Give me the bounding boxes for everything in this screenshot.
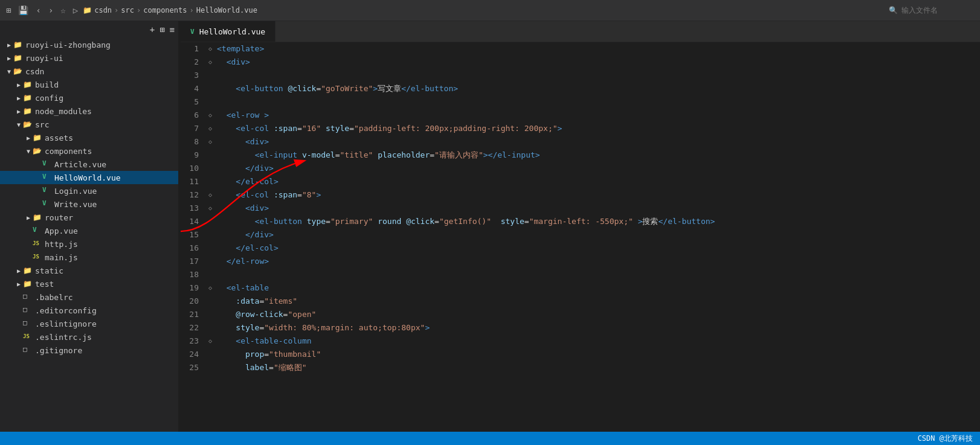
breadcrumb-components[interactable]: components — [143, 6, 187, 14]
code-line-15[interactable]: 15 </div> — [181, 228, 980, 242]
sidebar-item-build[interactable]: build — [0, 78, 178, 91]
code-line-3[interactable]: 3 — [181, 69, 980, 82]
code-line-22[interactable]: 22 style="width: 80%;margin: auto;top:80… — [181, 321, 980, 335]
bookmark-icon[interactable]: ☆ — [60, 5, 65, 15]
sidebar-item-assets[interactable]: assets — [0, 131, 178, 144]
file-input-area[interactable]: 🔍 — [889, 6, 974, 14]
tab-bar: V HelloWorld.vue — [181, 21, 980, 42]
line-number-20: 20 — [181, 295, 206, 308]
code-line-5[interactable]: 5 — [181, 95, 980, 109]
sidebar-item-Article.vue[interactable]: Article.vue — [0, 158, 178, 171]
breadcrumb-file[interactable]: HelloWorld.vue — [196, 6, 257, 14]
line-code-21: @row-click="open" — [214, 308, 980, 321]
tab-label: HelloWorld.vue — [199, 27, 266, 36]
code-line-20[interactable]: 20 :data="items" — [181, 295, 980, 308]
tree-label-test: test — [35, 280, 54, 289]
code-line-17[interactable]: 17 </el-row> — [181, 255, 980, 268]
sidebar-item-router[interactable]: router — [0, 211, 178, 224]
tree-label-.babelrc: .babelrc — [35, 293, 73, 302]
sidebar-item-.eslintignore[interactable]: .eslintignore — [0, 317, 178, 330]
sidebar-item-Write.vue[interactable]: Write.vue — [0, 197, 178, 211]
code-line-12[interactable]: 12◇ <el-col :span="8"> — [181, 188, 980, 202]
code-line-24[interactable]: 24 prop="thumbnail" — [181, 348, 980, 361]
sidebar-content: ruoyi-ui-zhongbangruoyi-uicsdnbuildconfi… — [0, 38, 178, 432]
code-line-7[interactable]: 7◇ <el-col :span="16" style="padding-lef… — [181, 122, 980, 135]
line-number-18: 18 — [181, 268, 206, 281]
code-line-8[interactable]: 8◇ <div> — [181, 135, 980, 149]
code-line-18[interactable]: 18 — [181, 268, 980, 281]
sidebar-item-node_modules[interactable]: node_modules — [0, 104, 178, 118]
code-line-13[interactable]: 13◇ <div> — [181, 202, 980, 215]
breadcrumb-src[interactable]: src — [121, 6, 134, 14]
sidebar-item-App.vue[interactable]: App.vue — [0, 224, 178, 237]
code-line-4[interactable]: 4 <el-button @click="goToWrite">写文章</el-… — [181, 82, 980, 95]
file-icon-.babelrc — [23, 292, 33, 302]
breadcrumb-sep1: › — [114, 6, 118, 14]
sidebar-item-ruoyi-ui[interactable]: ruoyi-ui — [0, 51, 178, 65]
line-number-7: 7 — [181, 122, 206, 135]
line-number-17: 17 — [181, 255, 206, 268]
code-line-16[interactable]: 16 </el-col> — [181, 242, 980, 255]
sidebar-item-src[interactable]: src — [0, 118, 178, 131]
code-line-23[interactable]: 23◇ <el-table-column — [181, 335, 980, 348]
back-icon[interactable]: ‹ — [36, 5, 40, 15]
sidebar-item-static[interactable]: static — [0, 264, 178, 277]
line-code-6: <el-row > — [214, 109, 980, 122]
sidebar-item-config[interactable]: config — [0, 91, 178, 104]
line-number-23: 23 — [181, 335, 206, 348]
tab-helloworld[interactable]: V HelloWorld.vue — [181, 21, 276, 42]
breadcrumb-csdn[interactable]: csdn — [94, 6, 112, 14]
line-number-2: 2 — [181, 56, 206, 69]
line-fold-2: ◇ — [206, 56, 214, 69]
vue-icon-Login.vue — [42, 186, 52, 196]
code-line-1[interactable]: 1◇<template> — [181, 42, 980, 56]
tree-arrow-config — [15, 95, 23, 101]
sidebar-item-.gitignore[interactable]: .gitignore — [0, 344, 178, 357]
tree-label-App.vue: App.vue — [45, 226, 78, 235]
code-line-19[interactable]: 19◇ <el-table — [181, 281, 980, 295]
sidebar-item-.babelrc[interactable]: .babelrc — [0, 290, 178, 304]
line-number-21: 21 — [181, 308, 206, 321]
sidebar-item-.eslintrc.js[interactable]: .eslintrc.js — [0, 330, 178, 344]
line-number-15: 15 — [181, 228, 206, 242]
new-folder-toolbar-icon[interactable]: ⊞ — [160, 25, 164, 34]
code-line-11[interactable]: 11 </el-col> — [181, 175, 980, 188]
line-number-13: 13 — [181, 202, 206, 215]
tree-arrow-build — [15, 82, 23, 88]
save-icon[interactable]: 💾 — [18, 5, 28, 15]
code-line-21[interactable]: 21 @row-click="open" — [181, 308, 980, 321]
code-line-9[interactable]: 9 <el-input v-model="title" placeholder=… — [181, 149, 980, 162]
sidebar-item-ruoyi-ui-zhongbang[interactable]: ruoyi-ui-zhongbang — [0, 38, 178, 51]
forward-icon[interactable]: › — [48, 5, 53, 15]
folder-icon-assets — [33, 133, 42, 142]
tree-label-node_modules: node_modules — [35, 107, 92, 116]
sidebar-item-csdn[interactable]: csdn — [0, 65, 178, 78]
code-line-25[interactable]: 25 label="缩略图" — [181, 361, 980, 374]
sidebar-item-HelloWorld.vue[interactable]: HelloWorld.vue — [0, 171, 178, 184]
code-line-14[interactable]: 14 <el-button type="primary" round @clic… — [181, 215, 980, 228]
sidebar-item-main.js[interactable]: main.js — [0, 251, 178, 264]
js-icon-http.js — [33, 239, 42, 249]
tab-file-icon: V — [190, 28, 195, 36]
code-content[interactable]: 1◇<template>2◇ <div>3 4 <el-button @clic… — [181, 42, 980, 432]
collapse-all-icon[interactable]: ≡ — [170, 25, 175, 34]
sidebar-item-components[interactable]: components — [0, 144, 178, 158]
folder-icon-components — [33, 146, 42, 156]
file-input[interactable] — [901, 6, 974, 14]
vue-icon-HelloWorld.vue — [42, 173, 52, 182]
line-number-9: 9 — [181, 149, 206, 162]
sidebar-item-http.js[interactable]: http.js — [0, 237, 178, 251]
tree-label-csdn: csdn — [25, 67, 44, 76]
code-line-2[interactable]: 2◇ <div> — [181, 56, 980, 69]
line-code-17: </el-row> — [214, 255, 980, 268]
new-file-icon[interactable]: ⊞ — [6, 5, 11, 15]
sidebar-item-.editorconfig[interactable]: .editorconfig — [0, 304, 178, 317]
code-line-6[interactable]: 6◇ <el-row > — [181, 109, 980, 122]
code-line-10[interactable]: 10 </div> — [181, 162, 980, 175]
sidebar-item-test[interactable]: test — [0, 277, 178, 290]
sidebar-item-Login.vue[interactable]: Login.vue — [0, 184, 178, 197]
play-icon[interactable]: ▷ — [73, 5, 78, 15]
folder-icon-src — [23, 120, 33, 129]
folder-icon-ruoyi-ui — [13, 53, 23, 63]
new-file-toolbar-icon[interactable]: + — [150, 25, 155, 34]
